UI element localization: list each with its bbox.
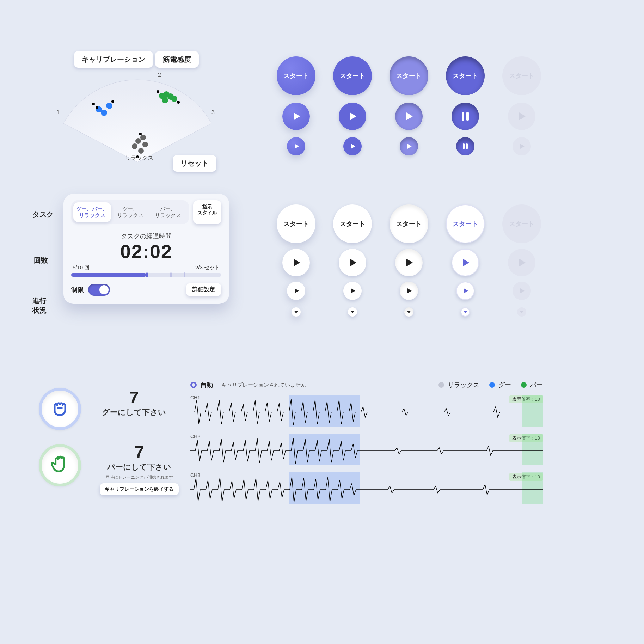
start-button[interactable]: スタート	[446, 56, 485, 95]
play-button[interactable]	[339, 103, 366, 130]
primary-buttons-grid: スタート スタート スタート スタート スタート	[268, 53, 550, 159]
chevron-down-icon	[294, 311, 298, 313]
play-button[interactable]	[395, 103, 423, 130]
sensitivity-button[interactable]: 筋電感度	[155, 51, 199, 68]
fan-label-2: 2	[158, 72, 161, 78]
play-button[interactable]	[339, 249, 366, 276]
play-icon	[294, 112, 300, 120]
progress-marker	[170, 272, 172, 277]
play-button-disabled	[508, 103, 535, 130]
start-button-accent[interactable]: スタート	[446, 204, 485, 243]
timer-label: タスクの経過時間	[71, 232, 221, 240]
play-icon	[350, 112, 356, 120]
waveform	[190, 396, 543, 428]
start-label: スタート	[453, 72, 478, 80]
play-icon	[520, 144, 525, 149]
play-button-small[interactable]	[287, 137, 305, 155]
progress-bar[interactable]	[71, 273, 221, 277]
gesture-fist-icon-wrap	[39, 388, 81, 430]
reps-label: 5/10 回	[73, 264, 90, 271]
start-button-disabled: スタート	[502, 56, 541, 95]
play-button-small[interactable]	[343, 282, 362, 300]
task-tab-2[interactable]: パー、 リラックス	[149, 202, 187, 222]
calibration-status: キャリブレーションされていません	[221, 382, 306, 388]
svg-point-12	[138, 148, 144, 154]
play-button-small-disabled	[513, 282, 531, 300]
svg-point-2	[106, 103, 112, 109]
play-button[interactable]	[282, 103, 310, 130]
play-button-small[interactable]	[400, 137, 418, 155]
play-button-small[interactable]	[343, 137, 362, 155]
play-button[interactable]	[395, 249, 423, 276]
timer-value: 02:02	[71, 240, 221, 262]
side-label-progress: 進行 状況	[32, 296, 47, 315]
emg-panel: 自動 キャリブレーションされていません リラックス グー パー CH1 表示倍率…	[190, 381, 543, 505]
play-icon	[519, 259, 526, 266]
svg-point-6	[171, 96, 177, 102]
start-button[interactable]: スタート	[277, 56, 315, 95]
waveform	[190, 435, 543, 467]
limit-label: 制限	[71, 286, 84, 294]
play-button-disabled	[508, 249, 535, 276]
start-button[interactable]: スタート	[333, 204, 372, 243]
chevron-down-icon	[520, 311, 524, 313]
auto-label: 自動	[200, 381, 213, 389]
side-label-task: タスク	[32, 210, 54, 219]
svg-point-14	[96, 106, 98, 109]
start-button[interactable]: スタート	[390, 204, 428, 243]
start-button[interactable]: スタート	[390, 56, 428, 95]
side-label-count: 回数	[34, 256, 48, 265]
gesture-open-icon-wrap	[39, 444, 81, 486]
legend-fist: グー	[498, 381, 511, 389]
play-icon	[464, 288, 468, 293]
open-label: パーにして下さい	[95, 462, 183, 472]
svg-point-13	[92, 103, 95, 105]
svg-point-7	[162, 97, 168, 103]
legend-dot-relax	[438, 382, 444, 388]
start-label: スタート	[283, 72, 309, 80]
play-button-small[interactable]	[287, 282, 305, 300]
play-icon	[295, 144, 299, 149]
dropdown-button[interactable]	[348, 307, 357, 317]
limit-toggle[interactable]	[88, 284, 110, 296]
start-label: スタート	[396, 72, 422, 80]
play-icon	[406, 112, 413, 120]
svg-point-18	[139, 133, 142, 135]
open-sub: 同時にトレーニングが開始されます	[95, 474, 183, 480]
start-button[interactable]: スタート	[277, 204, 315, 243]
pause-button-small[interactable]	[456, 137, 474, 155]
legend-dot-fist	[489, 382, 495, 388]
fan-label-3: 3	[211, 109, 215, 116]
dropdown-button-accent[interactable]	[461, 307, 470, 317]
play-icon	[351, 144, 355, 149]
start-button-disabled: スタート	[502, 204, 541, 243]
fan-label-1: 1	[56, 109, 60, 116]
svg-point-15	[111, 100, 114, 103]
start-button[interactable]: スタート	[333, 56, 372, 95]
play-button-small[interactable]	[400, 282, 418, 300]
auto-radio[interactable]	[190, 382, 197, 388]
play-button-small-accent[interactable]	[456, 282, 474, 300]
instruction-style-button[interactable]: 指示 スタイル	[193, 200, 221, 224]
fist-icon-circle	[39, 388, 81, 430]
details-button[interactable]: 詳細設定	[186, 283, 221, 296]
pause-icon	[463, 143, 468, 149]
play-button-accent[interactable]	[452, 249, 479, 276]
dropdown-button[interactable]	[292, 307, 301, 317]
pause-button[interactable]	[452, 103, 479, 130]
task-tab-0[interactable]: グー、パー、 リラックス	[73, 202, 111, 222]
emg-ch1: CH1 表示倍率：10	[190, 396, 543, 428]
fist-label: グーにして下さい	[95, 407, 173, 418]
task-tab-1[interactable]: グー、 リラックス	[111, 202, 149, 222]
play-icon	[463, 259, 469, 266]
play-button[interactable]	[282, 249, 310, 276]
dropdown-button[interactable]	[404, 307, 413, 317]
play-icon	[294, 259, 300, 266]
chevron-down-icon	[350, 311, 355, 313]
play-icon	[406, 259, 413, 266]
start-label: スタート	[509, 220, 534, 228]
pause-icon	[462, 112, 469, 121]
legend-dot-open	[521, 382, 527, 388]
end-calibration-button[interactable]: キャリブレーションを終了する	[100, 483, 179, 495]
calibration-button[interactable]: キャリブレーション	[74, 51, 153, 68]
